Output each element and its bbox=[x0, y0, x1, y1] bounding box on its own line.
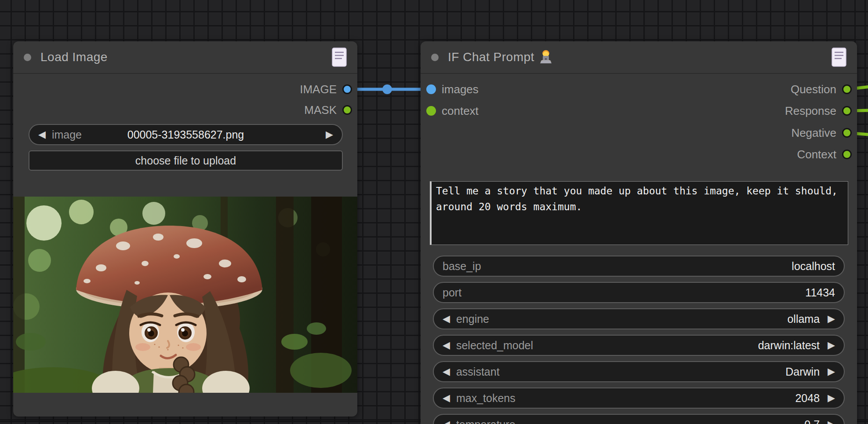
slot-label: Response bbox=[785, 104, 836, 118]
widget-label: assistant bbox=[456, 366, 500, 378]
slot-label: MASK bbox=[304, 103, 337, 117]
slot-mask-output: MASK bbox=[304, 103, 352, 117]
widget-label: selected_model bbox=[456, 339, 533, 352]
slot-label: IMAGE bbox=[300, 83, 337, 96]
node-load-image[interactable]: Load Image IMAGE MASK ◀ image 00005-3193… bbox=[13, 41, 357, 417]
widget-max-tokens[interactable]: ◀ max_tokens 2048 ▶ bbox=[433, 387, 845, 409]
prev-arrow-icon[interactable]: ◀ bbox=[443, 420, 450, 424]
widget-value: localhost bbox=[792, 260, 835, 273]
widget-value: ollama bbox=[787, 313, 820, 325]
widget-value: darwin:latest bbox=[758, 339, 820, 352]
technologist-emoji-icon bbox=[539, 50, 553, 65]
prev-arrow-icon[interactable]: ◀ bbox=[443, 367, 450, 376]
widget-value: 00005-3193558627.png bbox=[127, 128, 244, 141]
image-link bbox=[347, 84, 428, 94]
image-file-selector[interactable]: ◀ image 00005-3193558627.png ▶ bbox=[29, 124, 343, 145]
widget-label: port bbox=[443, 286, 461, 299]
note-icon[interactable] bbox=[332, 48, 347, 67]
collapse-dot-icon[interactable] bbox=[431, 54, 439, 61]
node-title: Load Image bbox=[40, 50, 108, 64]
widget-value: 11434 bbox=[805, 286, 835, 299]
prev-arrow-icon[interactable]: ◀ bbox=[443, 314, 450, 324]
context-output-port[interactable] bbox=[842, 150, 852, 159]
slot-context-output: Context bbox=[797, 148, 852, 161]
next-arrow-icon[interactable]: ▶ bbox=[828, 420, 835, 424]
response-output-port[interactable] bbox=[842, 106, 852, 116]
widget-label: image bbox=[52, 128, 82, 141]
widget-label: max_tokens bbox=[456, 392, 516, 405]
mask-output-port[interactable] bbox=[342, 105, 352, 115]
negative-output-port[interactable] bbox=[842, 128, 852, 138]
next-arrow-icon[interactable]: ▶ bbox=[828, 314, 835, 324]
widget-value: 2048 bbox=[795, 392, 820, 405]
slot-response-output: Response bbox=[785, 104, 852, 117]
next-arrow-icon[interactable]: ▶ bbox=[828, 393, 835, 403]
prompt-textarea[interactable]: Tell me a story that you made up about t… bbox=[430, 181, 848, 245]
slot-image-output: IMAGE bbox=[300, 83, 352, 96]
widget-engine[interactable]: ◀ engine ollama ▶ bbox=[433, 308, 845, 329]
node-title: IF Chat Prompt bbox=[448, 50, 534, 64]
prev-arrow-icon[interactable]: ◀ bbox=[38, 130, 46, 139]
widget-base-ip[interactable]: base_ip localhost bbox=[433, 256, 845, 277]
node-graph-canvas[interactable]: Load Image IMAGE MASK ◀ image 00005-3193… bbox=[0, 0, 868, 424]
note-icon[interactable] bbox=[832, 48, 846, 67]
image-output-port[interactable] bbox=[342, 84, 352, 94]
context-input-port[interactable] bbox=[426, 106, 436, 116]
widget-label: temperature bbox=[456, 418, 516, 424]
widget-value: 0.7 bbox=[804, 418, 820, 424]
widget-assistant[interactable]: ◀ assistant Darwin ▶ bbox=[433, 361, 845, 382]
slot-negative-output: Negative bbox=[791, 126, 852, 139]
widget-selected-model[interactable]: ◀ selected_model darwin:latest ▶ bbox=[433, 335, 845, 356]
next-arrow-icon[interactable]: ▶ bbox=[828, 340, 835, 350]
collapse-dot-icon[interactable] bbox=[24, 54, 31, 61]
prev-arrow-icon[interactable]: ◀ bbox=[443, 340, 450, 350]
slot-label: context bbox=[442, 104, 479, 118]
choose-file-button[interactable]: choose file to upload bbox=[29, 150, 343, 171]
widget-temperature[interactable]: ◀ temperature 0.7 ▶ bbox=[433, 414, 845, 424]
slot-label: Negative bbox=[791, 126, 836, 140]
node-if-chat-prompt[interactable]: IF Chat Prompt bbox=[421, 41, 857, 424]
next-arrow-icon[interactable]: ▶ bbox=[326, 130, 333, 139]
slot-question-output: Question bbox=[791, 83, 852, 96]
slot-context-input: context bbox=[426, 104, 479, 117]
prev-arrow-icon[interactable]: ◀ bbox=[443, 393, 450, 403]
widget-label: base_ip bbox=[443, 260, 481, 273]
if-chat-prompt-header[interactable]: IF Chat Prompt bbox=[421, 41, 857, 74]
slot-label: images bbox=[442, 83, 479, 96]
load-image-header[interactable]: Load Image bbox=[13, 41, 357, 74]
widget-port[interactable]: port 11434 bbox=[433, 282, 845, 303]
images-input-port[interactable] bbox=[426, 84, 436, 94]
widget-value: Darwin bbox=[785, 366, 820, 378]
image-preview bbox=[13, 197, 357, 393]
question-output-port[interactable] bbox=[842, 84, 852, 94]
widget-label: engine bbox=[456, 313, 489, 325]
slot-label: Question bbox=[791, 83, 836, 96]
slot-images-input: images bbox=[426, 83, 479, 96]
next-arrow-icon[interactable]: ▶ bbox=[828, 367, 835, 376]
slot-label: Context bbox=[797, 148, 836, 161]
